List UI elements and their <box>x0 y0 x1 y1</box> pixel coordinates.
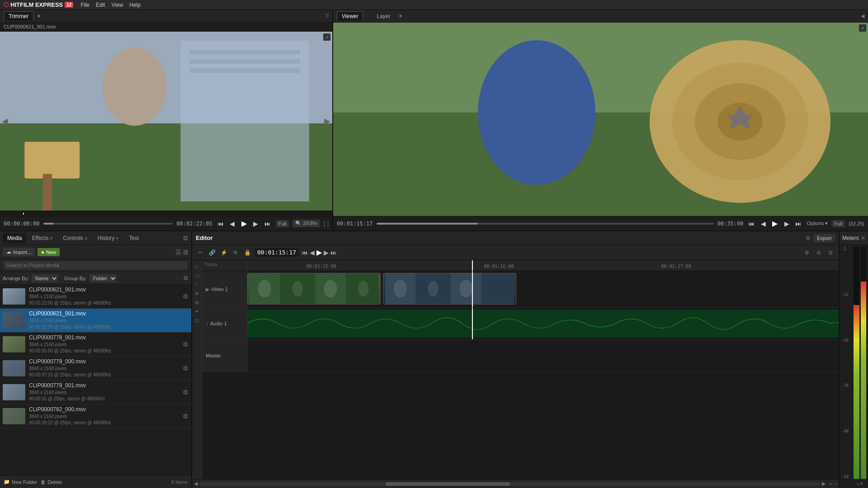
list-view-btn[interactable]: ☰ <box>175 249 181 256</box>
video-clip-1[interactable] <box>247 273 381 305</box>
menu-file[interactable]: File <box>80 2 89 8</box>
arrange-settings-icon[interactable]: ⚙ <box>183 275 189 282</box>
tl-tool-1[interactable]: ▷ <box>193 262 201 270</box>
viewer-triangle[interactable]: ◀ <box>861 13 864 19</box>
layer-close-btn[interactable]: ✕ <box>399 14 402 19</box>
trimmer-in-btn[interactable]: [ <box>324 220 326 227</box>
tl-skip-start[interactable]: ⏮ <box>302 249 308 256</box>
tl-next-frame[interactable]: ▶ <box>324 249 329 256</box>
controls-close[interactable]: ✕ <box>84 236 88 241</box>
scroll-zoom-in[interactable]: + <box>829 481 832 487</box>
video-track-content[interactable]: CLIP0000...001.mov <box>247 271 839 307</box>
tl-tool-7[interactable]: ⊡ <box>193 316 201 324</box>
video-clip-2[interactable]: CLIP0000...001.mov <box>383 273 516 305</box>
trimmer-scrubbar[interactable] <box>0 211 332 216</box>
tc-lock-btn[interactable]: 🔒 <box>243 248 252 257</box>
media-item[interactable]: CLIP0000779_000.mov 3840 x 2160 pixels 0… <box>0 357 191 380</box>
trimmer-tab[interactable]: Trimmer <box>4 11 33 21</box>
meters-close-btn[interactable]: ✕ <box>861 235 865 241</box>
trimmer-help-icon[interactable]: ? <box>326 13 329 19</box>
trimmer-skip-start[interactable]: ⏮ <box>216 220 225 227</box>
viewer-play[interactable]: ▶ <box>770 219 779 228</box>
search-input[interactable] <box>4 261 188 269</box>
tl-tool-2[interactable]: ◁ <box>193 271 201 279</box>
menu-view[interactable]: View <box>111 2 123 8</box>
arrange-select[interactable]: Name <box>32 274 58 282</box>
trimmer-skip-end[interactable]: ⏭ <box>263 220 272 227</box>
tl-zoom-icon[interactable]: ⧉ <box>826 248 835 257</box>
left-panel-settings-icon[interactable]: ⚙ <box>183 235 189 242</box>
tab-media[interactable]: Media <box>3 233 27 243</box>
trimmer-right-arrow[interactable]: ▶ <box>324 116 330 126</box>
tc-razor-tool[interactable]: ✂ <box>196 248 205 257</box>
new-button[interactable]: ● New <box>38 248 60 256</box>
media-action-3[interactable]: ⚙ <box>183 341 189 348</box>
viewer-prev-frame[interactable]: ◀ <box>759 220 768 227</box>
timeline-scrollbar[interactable] <box>199 482 820 486</box>
viewer-quality[interactable]: Full <box>831 220 845 227</box>
media-action-4[interactable]: ⚙ <box>183 365 189 372</box>
media-item[interactable]: CLIP0000782_000.mov 3840 x 2160 pixels 0… <box>0 404 191 428</box>
media-item[interactable]: CLIP0000621_001.mov 3840 x 2160 pixels 0… <box>0 285 191 309</box>
tl-tool-4[interactable]: ⊕ <box>193 289 201 297</box>
trimmer-next-frame[interactable]: ▶ <box>251 220 260 227</box>
tl-minus-icon[interactable]: ⊖ <box>814 248 823 257</box>
trimmer-left-arrow[interactable]: ◀ <box>2 116 8 126</box>
trimmer-play[interactable]: ▶ <box>240 219 249 228</box>
scroll-right-btn[interactable]: ▶ <box>822 481 826 487</box>
master-track-content[interactable] <box>247 340 839 371</box>
tl-add-icon[interactable]: ⊕ <box>802 248 811 257</box>
new-folder-btn[interactable]: 📁 New Folder <box>4 479 37 485</box>
tc-snap-btn[interactable]: 🔗 <box>208 248 217 257</box>
audio-track-content[interactable] <box>247 308 839 339</box>
viewer-zoom-info[interactable]: (32.25) <box>849 221 864 226</box>
trimmer-close-btn[interactable]: ✕ <box>37 14 41 19</box>
viewer-skip-start[interactable]: ⏮ <box>747 220 756 227</box>
viewer-options-btn[interactable]: Options ▾ <box>807 221 828 226</box>
tl-prev-frame[interactable]: ◀ <box>310 249 315 256</box>
effects-close[interactable]: ✕ <box>49 236 53 241</box>
timeline-scrollbar-thumb[interactable] <box>386 482 510 486</box>
import-button[interactable]: ☁ Import... <box>3 248 35 256</box>
media-action-5[interactable]: ⚙ <box>183 389 189 396</box>
editor-settings-icon[interactable]: ⚙ <box>806 235 811 241</box>
timeline-timecode[interactable]: 00:01:15:17 <box>255 248 299 257</box>
trimmer-progress[interactable] <box>43 223 173 225</box>
timeline-ruler[interactable]: 00:01:15:00 00:01:16:00 00:01:17:00 <box>247 260 839 271</box>
tab-history[interactable]: History✕ <box>93 233 123 243</box>
trimmer-prev-frame[interactable]: ◀ <box>228 220 237 227</box>
trimmer-zoom[interactable]: 🔍 29.8% <box>292 220 320 227</box>
tab-text[interactable]: Text <box>124 233 143 243</box>
media-item[interactable]: CLIP0000621_001.mov 3840 x 2160 pixels 0… <box>0 309 191 333</box>
timeline-scroll[interactable]: ◀ ▶ + − <box>192 479 839 488</box>
history-close[interactable]: ✕ <box>115 236 119 241</box>
tl-tool-6[interactable]: ✦ <box>193 307 201 315</box>
tab-effects[interactable]: Effects✕ <box>28 233 57 243</box>
viewer-skip-end[interactable]: ⏭ <box>794 220 803 227</box>
delete-btn[interactable]: 🗑 Delete <box>41 479 62 485</box>
menu-help[interactable]: Help <box>129 2 141 8</box>
group-select[interactable]: Folder <box>90 274 117 282</box>
tl-play[interactable]: ▶ <box>316 248 322 257</box>
scroll-zoom-out[interactable]: − <box>834 481 837 487</box>
tab-controls[interactable]: Controls✕ <box>58 233 92 243</box>
trimmer-expand-btn[interactable]: ⤢ <box>323 33 330 41</box>
viewer-next-frame[interactable]: ▶ <box>782 220 791 227</box>
media-action-6[interactable]: ⚙ <box>183 413 189 420</box>
layer-tab[interactable]: Layer <box>372 12 395 21</box>
tl-skip-end[interactable]: ⏭ <box>330 249 337 256</box>
trimmer-quality[interactable]: Full <box>276 220 289 227</box>
viewer-tab[interactable]: Viewer <box>337 11 363 21</box>
viewer-expand-btn[interactable]: ⤢ <box>859 24 866 32</box>
scroll-left-btn[interactable]: ◀ <box>194 481 198 487</box>
tc-magnet-btn[interactable]: ⚡ <box>219 248 228 257</box>
media-action-1[interactable]: ⚙ <box>183 293 189 300</box>
grid-view-btn[interactable]: ⊞ <box>183 249 189 256</box>
tl-tool-5[interactable]: ⊗ <box>193 298 201 306</box>
tc-eye-btn[interactable]: 👁 <box>231 248 240 257</box>
media-item[interactable]: CLIP0000779_001.mov 3840 x 2160 pixels 0… <box>0 380 191 404</box>
menu-edit[interactable]: Edit <box>96 2 105 8</box>
media-item[interactable]: CLIP0000778_001.mov 3840 x 2160 pixels 0… <box>0 333 191 357</box>
tl-tool-3[interactable]: ↕ <box>193 280 201 288</box>
viewer-progress[interactable] <box>377 223 714 225</box>
